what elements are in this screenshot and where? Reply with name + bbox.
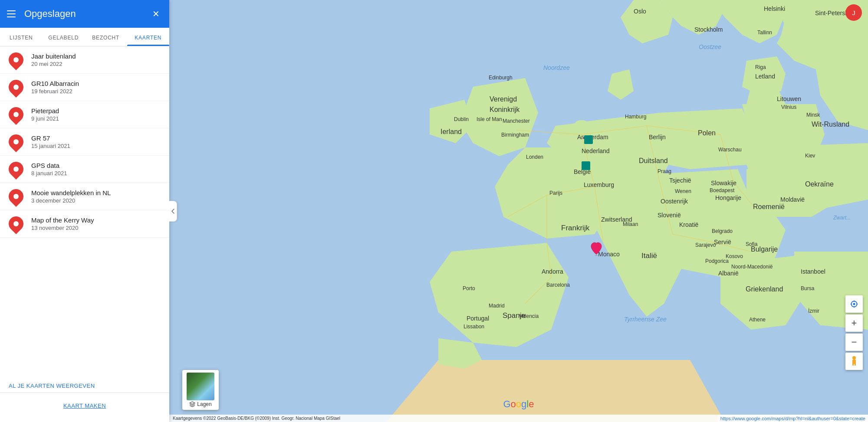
svg-point-20 <box>853 303 855 305</box>
map-date-1: 20 mei 2022 <box>31 61 161 67</box>
map-marker-belgium <box>582 161 590 170</box>
pin-icon <box>6 104 26 125</box>
pin-icon <box>6 159 26 180</box>
close-icon[interactable]: ✕ <box>149 7 162 20</box>
map-area[interactable]: Oslo Helsinki Sint-Petersburg Stockholm … <box>169 0 868 422</box>
svg-rect-27 <box>852 363 854 366</box>
map-title-3: Pieterpad <box>31 107 161 114</box>
zoom-in-button[interactable]: + <box>845 314 863 332</box>
show-all-maps-link[interactable]: AL JE KAARTEN WEERGEVEN <box>0 375 169 393</box>
svg-point-18 <box>595 255 598 256</box>
map-marker-netherlands <box>584 135 593 144</box>
tab-bezocht[interactable]: BEZOCHT <box>85 28 127 46</box>
map-item-1[interactable]: Jaar buitenland 20 mei 2022 <box>0 46 169 74</box>
map-list: Jaar buitenland 20 mei 2022 GR10 Albarra… <box>0 46 169 375</box>
tab-gelabeld[interactable]: GELABELD <box>43 28 85 46</box>
map-item-7[interactable]: Map of the Kerry Way 13 november 2020 <box>0 210 169 238</box>
map-date-2: 19 februari 2022 <box>31 88 161 95</box>
map-date-5: 8 januari 2021 <box>31 170 161 177</box>
map-item-2[interactable]: GR10 Albarracin 19 februari 2022 <box>0 74 169 101</box>
create-map-button[interactable]: KAART MAKEN <box>9 398 161 413</box>
sidebar: Opgeslagen ✕ LIJSTEN GELABELD BEZOCHT KA… <box>0 0 169 422</box>
tab-lijsten[interactable]: LIJSTEN <box>0 28 43 46</box>
svg-point-1 <box>575 120 588 127</box>
layers-button[interactable]: Lagen <box>182 370 219 410</box>
sidebar-header: Opgeslagen ✕ <box>0 0 169 28</box>
map-item-3[interactable]: Pieterpad 9 juni 2021 <box>0 101 169 128</box>
map-date-6: 3 december 2020 <box>31 197 161 204</box>
sidebar-footer: KAART MAKEN <box>0 393 169 422</box>
map-title-7: Map of the Kerry Way <box>31 216 161 224</box>
pegman-button[interactable] <box>845 353 863 370</box>
map-title-4: GR 57 <box>31 134 161 142</box>
tab-kaarten[interactable]: KAARTEN <box>127 28 170 46</box>
map-date-7: 13 november 2020 <box>31 225 161 231</box>
map-title-5: GPS data <box>31 162 161 169</box>
map-item-4[interactable]: GR 57 15 januari 2021 <box>0 128 169 156</box>
map-title-2: GR10 Albarracin <box>31 80 161 87</box>
pin-icon <box>6 49 26 70</box>
collapse-sidebar-button[interactable] <box>169 201 177 222</box>
map-title-1: Jaar buitenland <box>31 52 161 60</box>
map-date-4: 15 januari 2021 <box>31 143 161 149</box>
map-title-6: Mooie wandelplekken in NL <box>31 189 161 196</box>
layers-label: Lagen <box>189 401 211 407</box>
zoom-out-button[interactable]: − <box>845 334 863 351</box>
heart-pin-monaco <box>589 240 604 256</box>
map-date-3: 9 juni 2021 <box>31 115 161 122</box>
my-location-button[interactable] <box>845 295 863 313</box>
hamburger-icon[interactable] <box>7 9 17 19</box>
sidebar-title: Opgeslagen <box>24 8 149 20</box>
url-bar: https://www.google.com/maps/d/mp?hl=nl&a… <box>718 415 868 422</box>
pin-icon <box>6 131 26 152</box>
map-item-6[interactable]: Mooie wandelplekken in NL 3 december 202… <box>0 183 169 210</box>
map-item-5[interactable]: GPS data 8 januari 2021 <box>0 156 169 183</box>
tab-bar: LIJSTEN GELABELD BEZOCHT KAARTEN <box>0 28 169 46</box>
pin-icon <box>6 77 26 98</box>
svg-point-25 <box>852 356 856 360</box>
map-background <box>169 0 868 422</box>
pin-icon <box>6 186 26 207</box>
map-controls: + − <box>845 295 863 370</box>
user-avatar[interactable]: J <box>845 4 862 21</box>
svg-rect-28 <box>855 363 856 366</box>
pin-icon <box>6 213 26 234</box>
